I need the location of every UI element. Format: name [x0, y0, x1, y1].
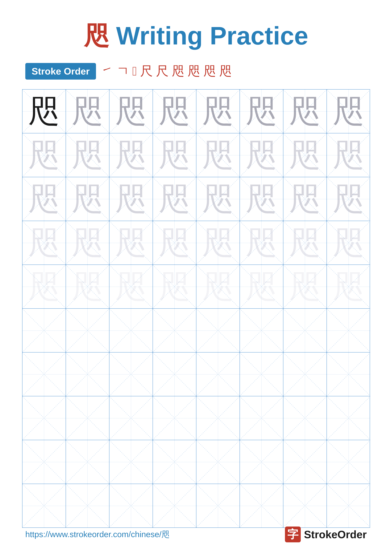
- grid-cell[interactable]: 咫: [196, 133, 240, 177]
- grid-cell[interactable]: [196, 352, 240, 396]
- grid-cell[interactable]: 咫: [153, 265, 196, 308]
- svg-line-90: [240, 309, 283, 352]
- grid-cell[interactable]: 咫: [327, 177, 370, 221]
- grid-cell[interactable]: 咫: [153, 221, 196, 264]
- grid-cell[interactable]: 咫: [196, 177, 240, 221]
- grid-cell[interactable]: [283, 309, 327, 352]
- grid-cell[interactable]: [66, 440, 109, 484]
- grid-cell[interactable]: [327, 309, 370, 352]
- grid-cell[interactable]: [153, 484, 196, 527]
- grid-cell[interactable]: 咫: [240, 265, 283, 308]
- grid-cell[interactable]: [196, 484, 240, 527]
- grid-cell[interactable]: [240, 309, 283, 352]
- grid-cell[interactable]: 咫: [109, 265, 153, 308]
- grid-cell[interactable]: 咫: [22, 177, 66, 221]
- practice-char: 咫: [159, 95, 190, 127]
- svg-line-87: [153, 309, 196, 352]
- grid-cell[interactable]: [22, 352, 66, 396]
- grid-cell[interactable]: [196, 396, 240, 440]
- grid-cell[interactable]: [109, 484, 153, 527]
- grid-cell[interactable]: [153, 440, 196, 484]
- grid-row-5: 咫 咫 咫 咫 咫 咫 咫 咫: [22, 265, 370, 309]
- grid-cell[interactable]: [109, 352, 153, 396]
- grid-cell[interactable]: 咫: [66, 177, 109, 221]
- grid-cell[interactable]: 咫: [196, 89, 240, 133]
- svg-line-122: [240, 396, 283, 440]
- grid-cell[interactable]: 咫: [327, 133, 370, 177]
- stroke-3: 𠃍: [132, 64, 137, 79]
- grid-cell[interactable]: 咫: [283, 265, 327, 308]
- grid-cell[interactable]: [240, 352, 283, 396]
- grid-cell[interactable]: 咫: [153, 177, 196, 221]
- grid-cell[interactable]: 咫: [22, 265, 66, 308]
- footer-logo: 字 StrokeOrder: [285, 526, 367, 542]
- grid-cell[interactable]: [153, 309, 196, 352]
- grid-cell[interactable]: 咫: [240, 221, 283, 264]
- grid-cell[interactable]: [196, 309, 240, 352]
- grid-cell[interactable]: 咫: [283, 89, 327, 133]
- grid-cell[interactable]: [327, 396, 370, 440]
- grid-cell[interactable]: 咫: [66, 89, 109, 133]
- grid-cell[interactable]: [22, 396, 66, 440]
- practice-char: 咫: [333, 139, 364, 171]
- grid-cell[interactable]: [153, 396, 196, 440]
- grid-cell[interactable]: [240, 396, 283, 440]
- grid-cell[interactable]: [109, 396, 153, 440]
- grid-cell[interactable]: 咫: [22, 133, 66, 177]
- svg-line-130: [66, 440, 109, 483]
- grid-cell[interactable]: [22, 309, 66, 352]
- grid-cell[interactable]: [327, 484, 370, 527]
- grid-cell[interactable]: 咫: [153, 133, 196, 177]
- grid-cell[interactable]: [109, 309, 153, 352]
- grid-cell[interactable]: [240, 484, 283, 527]
- grid-cell[interactable]: [240, 440, 283, 484]
- grid-cell[interactable]: [66, 309, 109, 352]
- grid-cell[interactable]: 咫: [327, 265, 370, 308]
- grid-cell[interactable]: 咫: [283, 221, 327, 264]
- svg-line-149: [109, 484, 153, 527]
- grid-cell[interactable]: 咫: [109, 177, 153, 221]
- grid-cell[interactable]: 咫: [327, 89, 370, 133]
- grid-cell[interactable]: [196, 440, 240, 484]
- grid-cell[interactable]: 咫: [109, 133, 153, 177]
- grid-cell[interactable]: 咫: [196, 265, 240, 308]
- grid-cell[interactable]: [66, 484, 109, 527]
- grid-cell[interactable]: 咫: [240, 133, 283, 177]
- grid-cell[interactable]: 咫: [66, 221, 109, 264]
- grid-cell[interactable]: [153, 352, 196, 396]
- grid-cell[interactable]: 咫: [283, 177, 327, 221]
- grid-cell[interactable]: 咫: [66, 133, 109, 177]
- svg-line-119: [153, 396, 196, 440]
- grid-cell[interactable]: [283, 352, 327, 396]
- svg-line-101: [109, 353, 153, 396]
- grid-cell[interactable]: 咫: [240, 89, 283, 133]
- grid-cell[interactable]: [283, 396, 327, 440]
- footer-url[interactable]: https://www.strokeorder.com/chinese/咫: [25, 529, 170, 540]
- grid-cell[interactable]: [22, 484, 66, 527]
- grid-cell[interactable]: 咫: [22, 221, 66, 264]
- grid-cell[interactable]: [283, 484, 327, 527]
- practice-char: 咫: [28, 271, 60, 302]
- practice-char: 咫: [159, 139, 190, 171]
- svg-line-82: [66, 309, 109, 352]
- grid-cell[interactable]: [283, 440, 327, 484]
- page-title: 咫 Writing Practice: [0, 0, 392, 53]
- svg-line-104: [196, 353, 240, 396]
- grid-cell[interactable]: 咫: [109, 221, 153, 264]
- svg-line-112: [22, 396, 66, 440]
- svg-line-126: [327, 396, 370, 440]
- grid-cell[interactable]: 咫: [196, 221, 240, 264]
- grid-cell[interactable]: 咫: [66, 265, 109, 308]
- grid-cell[interactable]: 咫: [109, 89, 153, 133]
- grid-cell[interactable]: 咫: [240, 177, 283, 221]
- grid-cell[interactable]: 咫: [327, 221, 370, 264]
- grid-cell[interactable]: [327, 352, 370, 396]
- grid-cell[interactable]: 咫: [153, 89, 196, 133]
- grid-cell[interactable]: [22, 440, 66, 484]
- grid-cell[interactable]: [66, 396, 109, 440]
- grid-cell[interactable]: 咫: [283, 133, 327, 177]
- grid-cell[interactable]: [66, 352, 109, 396]
- grid-cell[interactable]: [109, 440, 153, 484]
- grid-cell[interactable]: 咫: [22, 89, 66, 133]
- grid-cell[interactable]: [327, 440, 370, 484]
